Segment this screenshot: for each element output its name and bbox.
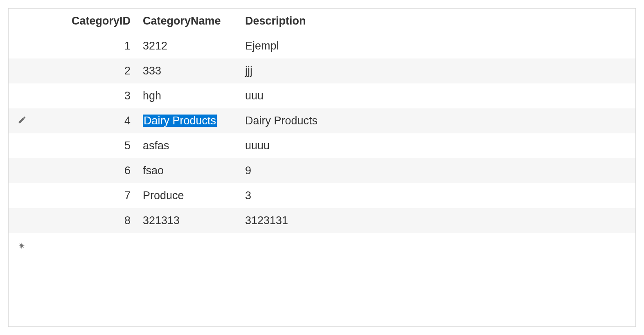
cell-category-name[interactable]: asfas bbox=[140, 133, 242, 158]
cell-category-id[interactable]: 7 bbox=[58, 183, 140, 208]
table-row[interactable]: 13212Ejempl bbox=[9, 34, 635, 58]
row-indicator bbox=[9, 158, 58, 183]
selected-text[interactable]: Dairy Products bbox=[143, 115, 217, 127]
cell-category-id[interactable]: 6 bbox=[58, 158, 140, 183]
cell-description[interactable]: Ejempl bbox=[242, 34, 635, 58]
table-row[interactable]: 2333jjj bbox=[9, 58, 635, 83]
cell-category-id[interactable]: 1 bbox=[58, 34, 140, 58]
new-row[interactable] bbox=[9, 233, 635, 259]
cell-category-id[interactable]: 2 bbox=[58, 58, 140, 83]
header-indicator bbox=[9, 9, 58, 34]
row-indicator bbox=[9, 133, 58, 158]
cell-description[interactable]: 9 bbox=[242, 158, 635, 183]
table-row[interactable]: 4Dairy ProductsDairy Products bbox=[9, 108, 635, 133]
categories-table: CategoryID CategoryName Description 1321… bbox=[9, 9, 635, 259]
cell-description[interactable]: 3123131 bbox=[242, 208, 635, 233]
cell-category-id[interactable]: 8 bbox=[58, 208, 140, 233]
cell-description[interactable]: jjj bbox=[242, 58, 635, 83]
header-description[interactable]: Description bbox=[242, 9, 635, 34]
header-category-id[interactable]: CategoryID bbox=[58, 9, 140, 34]
cell-description[interactable]: 3 bbox=[242, 183, 635, 208]
cell-category-name[interactable]: 321313 bbox=[140, 208, 242, 233]
cell-description[interactable]: uuuu bbox=[242, 133, 635, 158]
cell-category-name[interactable]: fsao bbox=[140, 158, 242, 183]
empty-cell[interactable] bbox=[58, 233, 140, 259]
row-indicator bbox=[9, 58, 58, 83]
row-indicator bbox=[9, 183, 58, 208]
table-row[interactable]: 3hghuuu bbox=[9, 83, 635, 108]
cell-category-id[interactable]: 5 bbox=[58, 133, 140, 158]
empty-cell[interactable] bbox=[140, 233, 242, 259]
cell-category-name[interactable]: Dairy Products bbox=[140, 108, 242, 133]
cell-category-id[interactable]: 4 bbox=[58, 108, 140, 133]
header-row: CategoryID CategoryName Description bbox=[9, 9, 635, 34]
row-indicator bbox=[9, 34, 58, 58]
cell-category-id[interactable]: 3 bbox=[58, 83, 140, 108]
empty-cell[interactable] bbox=[242, 233, 635, 259]
table-row[interactable]: 5asfasuuuu bbox=[9, 133, 635, 158]
row-indicator bbox=[9, 208, 58, 233]
cell-description[interactable]: Dairy Products bbox=[242, 108, 635, 133]
data-grid[interactable]: CategoryID CategoryName Description 1321… bbox=[8, 8, 636, 327]
table-row[interactable]: 6fsao9 bbox=[9, 158, 635, 183]
asterisk-icon bbox=[18, 240, 26, 252]
cell-category-name[interactable]: Produce bbox=[140, 183, 242, 208]
cell-category-name[interactable]: 333 bbox=[140, 58, 242, 83]
table-row[interactable]: 83213133123131 bbox=[9, 208, 635, 233]
cell-description[interactable]: uuu bbox=[242, 83, 635, 108]
header-category-name[interactable]: CategoryName bbox=[140, 9, 242, 34]
cell-category-name[interactable]: hgh bbox=[140, 83, 242, 108]
row-indicator bbox=[9, 233, 58, 259]
table-row[interactable]: 7Produce3 bbox=[9, 183, 635, 208]
row-indicator bbox=[9, 108, 58, 133]
cell-category-name[interactable]: 3212 bbox=[140, 34, 242, 58]
row-indicator bbox=[9, 83, 58, 108]
pencil-icon bbox=[18, 115, 27, 127]
